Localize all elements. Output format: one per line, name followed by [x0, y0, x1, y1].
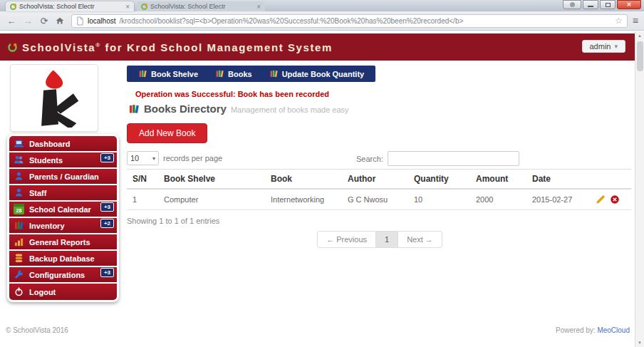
- admin-menu-button[interactable]: admin ▾: [582, 40, 626, 53]
- krod-school-logo: [27, 69, 81, 128]
- url-host: localhost: [88, 17, 115, 25]
- school-logo-card: [10, 64, 98, 132]
- cell-amount: 2000: [470, 189, 526, 210]
- sidebar-item-school-calendar[interactable]: 28 School Calendar +3: [9, 202, 117, 218]
- cell-author: G C Nwosu: [342, 189, 408, 210]
- module-navbar: Book Shelve Books Update Book Quantity: [127, 66, 375, 82]
- col-book: Book: [265, 170, 342, 190]
- browser-tab-active[interactable]: SchoolVista: School Electr ×: [6, 1, 134, 11]
- reload-button[interactable]: ⟳: [38, 16, 50, 26]
- table-controls: 10 ▾ records per page Search:: [127, 151, 633, 167]
- table-row: 1 Computer Internetworking G C Nwosu 10 …: [127, 189, 631, 210]
- add-new-book-button[interactable]: Add New Book: [127, 123, 207, 143]
- copyright-text: © SchoolVista 2016: [6, 326, 68, 334]
- person-icon: [14, 187, 24, 198]
- success-message: Operation was Successful: Book has been …: [135, 90, 633, 98]
- main-content: Book Shelve Books Update Book Quantity O…: [127, 61, 633, 248]
- schoolvista-logo-icon: [7, 42, 18, 53]
- tab-update-book-quantity[interactable]: Update Book Quantity: [262, 68, 372, 80]
- bar-chart-icon: [14, 237, 24, 247]
- sidebar-item-general-reports[interactable]: General Reports: [9, 234, 117, 251]
- search-label: Search:: [356, 155, 383, 163]
- pagination: ← Previous 1 Next →: [127, 231, 633, 248]
- entries-summary: Showing 1 to 1 of 1 entries: [127, 217, 633, 225]
- count-badge: +3: [100, 268, 114, 277]
- count-badge: +3: [100, 202, 114, 212]
- home-icon: [55, 16, 65, 26]
- count-badge: +3: [100, 153, 114, 162]
- per-page-label: records per page: [163, 154, 222, 162]
- person-icon: [570, 2, 575, 7]
- home-button[interactable]: [55, 16, 66, 26]
- sidebar-item-inventory[interactable]: Inventory +2: [9, 218, 117, 234]
- schoolvista-favicon: [141, 4, 147, 10]
- tab-title: SchoolVista: School Electr: [19, 3, 123, 10]
- sidebar-item-staff[interactable]: Staff: [9, 185, 117, 202]
- close-button[interactable]: ✕: [617, 0, 641, 9]
- search-input[interactable]: [388, 151, 519, 166]
- col-book-shelve: Book Shelve: [158, 170, 265, 190]
- url-path: /krodschool/booklist?sql=<b>Operation%20…: [119, 17, 611, 25]
- laptop-icon: [14, 138, 24, 149]
- sidebar-item-configurations[interactable]: Configurations +3: [9, 267, 117, 284]
- maximize-button[interactable]: [600, 0, 616, 9]
- database-icon: [14, 253, 24, 264]
- tab-book-shelve[interactable]: Book Shelve: [131, 68, 205, 80]
- page-icon: [76, 16, 84, 26]
- books-icon: [215, 69, 224, 78]
- wrench-icon: [14, 269, 24, 280]
- col-author: Author: [342, 170, 408, 190]
- sidebar-item-logout[interactable]: Logout: [9, 284, 117, 300]
- per-page-select[interactable]: 10 ▾: [127, 151, 159, 165]
- sidebar-item-students[interactable]: Students +3: [9, 152, 117, 169]
- tab-close-icon[interactable]: ×: [125, 3, 130, 11]
- powered-by-text: Powered by: MeoCloud: [556, 326, 630, 334]
- col-actions: [590, 170, 631, 190]
- scroll-down-icon[interactable]: ▼: [635, 338, 644, 347]
- scroll-up-icon[interactable]: ▲: [635, 31, 644, 40]
- minimize-button[interactable]: [583, 0, 598, 9]
- bookmark-star-icon[interactable]: ☆: [615, 16, 623, 26]
- forward-button[interactable]: →: [22, 16, 33, 26]
- cell-date: 2015-02-27: [526, 189, 590, 210]
- sidebar-menu: Dashboard Students +3 Parents / Guardian…: [7, 134, 119, 302]
- sidebar-item-backup-database[interactable]: Backup Database: [9, 251, 117, 267]
- books-icon: [128, 103, 140, 115]
- browser-menu-button[interactable]: ≡: [633, 15, 638, 26]
- next-page-button[interactable]: Next →: [398, 231, 442, 248]
- cell-sn: 1: [127, 189, 158, 210]
- previous-page-button[interactable]: ← Previous: [317, 231, 376, 248]
- col-date: Date: [526, 170, 590, 190]
- sidebar-item-dashboard[interactable]: Dashboard: [9, 136, 117, 152]
- schoolvista-favicon: [10, 4, 16, 10]
- chevron-down-icon: ▾: [614, 43, 618, 50]
- books-icon: [269, 69, 279, 78]
- site-header: SchoolVista® for Krod School Management …: [0, 33, 644, 61]
- browser-tab-inactive[interactable]: SchoolVista: School Electr ×: [137, 1, 265, 11]
- col-sn: S/N: [127, 170, 158, 190]
- back-button[interactable]: ←: [6, 16, 17, 26]
- scrollbar-thumb[interactable]: [637, 41, 643, 71]
- close-icon: ✕: [627, 1, 632, 8]
- sidebar-item-parents-guardian[interactable]: Parents / Guardian: [9, 169, 117, 185]
- maximize-icon: [606, 3, 611, 7]
- address-bar[interactable]: localhost /krodschool/booklist?sql=<b>Op…: [71, 14, 628, 28]
- meocloud-link[interactable]: MeoCloud: [597, 326, 630, 334]
- admin-label: admin: [590, 42, 611, 51]
- profile-button[interactable]: [563, 0, 581, 9]
- books-icon: [138, 69, 147, 78]
- browser-tabstrip: SchoolVista: School Electr × SchoolVista…: [0, 0, 644, 11]
- person-icon: [14, 171, 24, 182]
- delete-icon[interactable]: [610, 195, 620, 204]
- edit-pencil-icon[interactable]: [596, 195, 606, 204]
- table-header-row: S/N Book Shelve Book Author Quantity Amo…: [127, 170, 631, 190]
- page-number-button[interactable]: 1: [376, 231, 398, 248]
- tab-books[interactable]: Books: [208, 68, 259, 80]
- window-controls: ✕: [563, 0, 641, 9]
- chevron-down-icon: ▾: [152, 155, 155, 162]
- browser-toolbar: ← → ⟳ localhost /krodschool/booklist?sql…: [0, 11, 644, 31]
- page-subtitle: Management of books made easy: [231, 105, 349, 114]
- search-group: Search:: [356, 151, 519, 166]
- page-scrollbar[interactable]: ▲ ▼: [635, 31, 644, 347]
- tab-close-icon[interactable]: ×: [256, 3, 261, 11]
